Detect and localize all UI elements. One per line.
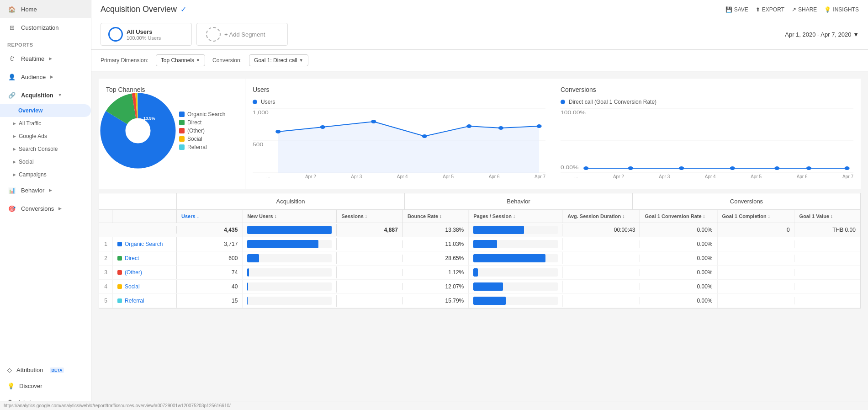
users-x-6: Apr 6 xyxy=(489,174,500,179)
row-goal1-rate: 0.00% xyxy=(640,237,717,251)
campaigns-arrow: ▶ xyxy=(13,172,16,177)
sidebar-item-home[interactable]: 🏠 Home xyxy=(0,0,91,18)
row-users-bar xyxy=(243,266,337,278)
all-traffic-label: All Traffic xyxy=(19,120,41,127)
sidebar-item-customization[interactable]: ⊞ Customization xyxy=(0,18,91,37)
segment-circle-icon xyxy=(108,27,123,42)
conversion-label: Conversion: xyxy=(212,57,242,64)
row-num: 1 xyxy=(99,237,113,251)
channel-dot xyxy=(117,298,122,303)
totals-pages-bar-bg xyxy=(473,226,558,234)
channel-link[interactable]: Organic Search xyxy=(125,241,163,247)
row-users-bar xyxy=(243,238,337,250)
users-x-2: Apr 2 xyxy=(305,174,316,179)
export-label: EXPORT xyxy=(762,6,784,13)
row-channel: Direct xyxy=(113,251,177,265)
row-num: 5 xyxy=(99,294,113,308)
sidebar-item-attribution[interactable]: ◇ Attribution BETA xyxy=(0,362,91,378)
data-rows-container: 1 Organic Search 3,717 11.03% 0.00% xyxy=(99,237,860,308)
audience-icon: 👤 xyxy=(7,72,16,81)
channel-link[interactable]: Direct xyxy=(125,255,139,261)
page-title-area: Acquisition Overview ✓ xyxy=(101,5,186,14)
sidebar-item-google-ads[interactable]: ▶ Google Ads xyxy=(0,130,91,143)
pages-bar-fill xyxy=(473,282,503,291)
sidebar-item-overview[interactable]: Overview xyxy=(0,104,91,117)
insights-icon: 💡 xyxy=(824,6,831,13)
conversion-dropdown[interactable]: Goal 1: Direct call ▼ xyxy=(249,54,308,66)
sidebar-item-all-traffic[interactable]: ▶ All Traffic xyxy=(0,117,91,130)
audience-expand-arrow: ▶ xyxy=(50,75,53,79)
insights-button[interactable]: 💡 INSIGHTS xyxy=(824,6,859,13)
conversions-line-svg: 100.00% 0.00% xyxy=(561,109,853,173)
row-channel: Social xyxy=(113,280,177,293)
row-bounce-rate: 11.03% xyxy=(403,237,469,251)
sidebar-item-behavior[interactable]: 📊 Behavior ▶ xyxy=(0,181,91,199)
col-header-bounce-rate[interactable]: Bounce Rate ↕ xyxy=(403,210,469,223)
legend-label-referral: Referral xyxy=(187,144,207,150)
conv-dot-5 xyxy=(774,166,779,170)
sidebar-item-search-console[interactable]: ▶ Search Console xyxy=(0,143,91,155)
add-segment-button[interactable]: + Add Segment xyxy=(196,23,288,46)
col-header-goal1-rate[interactable]: Goal 1 Conversion Rate ↕ xyxy=(640,210,717,223)
row-avg-session xyxy=(563,269,640,276)
sidebar-group-google-ads: ▶ Google Ads xyxy=(0,130,91,143)
users-line-svg: 1,000 500 xyxy=(253,109,545,173)
sidebar-item-acquisition[interactable]: 🔗 Acquisition ▼ xyxy=(0,86,91,104)
share-button[interactable]: ↗ SHARE xyxy=(792,6,817,13)
col-header-channel xyxy=(113,210,177,223)
col-header-users[interactable]: Users ↓ xyxy=(177,210,243,223)
row-pages-bar xyxy=(469,295,563,307)
row-goal1-value xyxy=(795,283,860,290)
conversions-chart-title: Conversions xyxy=(561,86,853,93)
conv-dot-2 xyxy=(628,166,633,170)
users-x-5: Apr 5 xyxy=(443,174,454,179)
export-button[interactable]: ⬆ EXPORT xyxy=(756,6,784,13)
google-ads-arrow: ▶ xyxy=(13,134,16,138)
row-avg-session xyxy=(563,240,640,248)
sidebar-item-discover[interactable]: 💡 Discover xyxy=(0,378,91,394)
users-dot-1 xyxy=(275,130,281,133)
row-sessions xyxy=(337,283,402,290)
primary-dimension-value: Top Channels xyxy=(161,57,194,64)
add-segment-circle xyxy=(206,27,221,42)
legend-dot-social xyxy=(179,136,185,142)
segment-text: All Users 100.00% Users xyxy=(127,28,161,41)
col-header-pages-session[interactable]: Pages / Session ↕ xyxy=(469,210,563,223)
sidebar-item-conversions[interactable]: 🎯 Conversions ▶ xyxy=(0,199,91,218)
totals-goal1-completion: 0 xyxy=(718,223,795,237)
channel-link[interactable]: Social xyxy=(125,283,140,290)
primary-dimension-dropdown[interactable]: Top Channels ▼ xyxy=(156,54,205,66)
col-header-new-users[interactable]: New Users ↕ xyxy=(243,210,337,223)
sidebar-group-campaigns: ▶ Campaigns xyxy=(0,168,91,181)
channel-link[interactable]: (Other) xyxy=(125,269,142,276)
row-avg-session xyxy=(563,297,640,304)
bar-fill xyxy=(247,297,248,305)
conv-x-3: Apr 3 xyxy=(659,174,670,179)
conversions-label: Conversions xyxy=(21,205,54,212)
bar-bg xyxy=(247,268,332,277)
conv-dot-1 xyxy=(583,166,588,170)
header-actions: 💾 SAVE ⬆ EXPORT ↗ SHARE 💡 INSIGHTS xyxy=(725,6,859,13)
row-pages-bar xyxy=(469,266,563,278)
conv-dot-6 xyxy=(806,166,811,170)
all-users-segment[interactable]: All Users 100.00% Users xyxy=(101,23,192,46)
col-header-sessions[interactable]: Sessions ↕ xyxy=(337,210,402,223)
save-button[interactable]: 💾 SAVE xyxy=(725,6,748,13)
channel-link[interactable]: Referral xyxy=(125,298,144,304)
col-header-avg-session[interactable]: Avg. Session Duration ↕ xyxy=(563,210,640,223)
beta-badge: BETA xyxy=(50,367,64,373)
row-users-bar xyxy=(243,281,337,293)
bar-fill xyxy=(247,268,249,277)
conversions-icon: 🎯 xyxy=(7,204,16,213)
pages-bar-fill xyxy=(473,254,545,262)
sidebar-item-social[interactable]: ▶ Social xyxy=(0,155,91,168)
sidebar-item-campaigns[interactable]: ▶ Campaigns xyxy=(0,168,91,181)
sidebar-item-realtime[interactable]: ⏱ Realtime ▶ xyxy=(0,49,91,68)
row-num: 4 xyxy=(99,280,113,293)
date-range-selector[interactable]: Apr 1, 2020 - Apr 7, 2020 ▼ xyxy=(785,31,859,38)
share-icon: ↗ xyxy=(792,6,796,13)
col-header-goal1-value[interactable]: Goal 1 Value ↕ xyxy=(795,210,860,223)
sidebar-item-audience[interactable]: 👤 Audience ▶ xyxy=(0,68,91,86)
col-header-goal1-completion[interactable]: Goal 1 Completion ↕ xyxy=(718,210,795,223)
conversion-arrow: ▼ xyxy=(299,58,303,63)
